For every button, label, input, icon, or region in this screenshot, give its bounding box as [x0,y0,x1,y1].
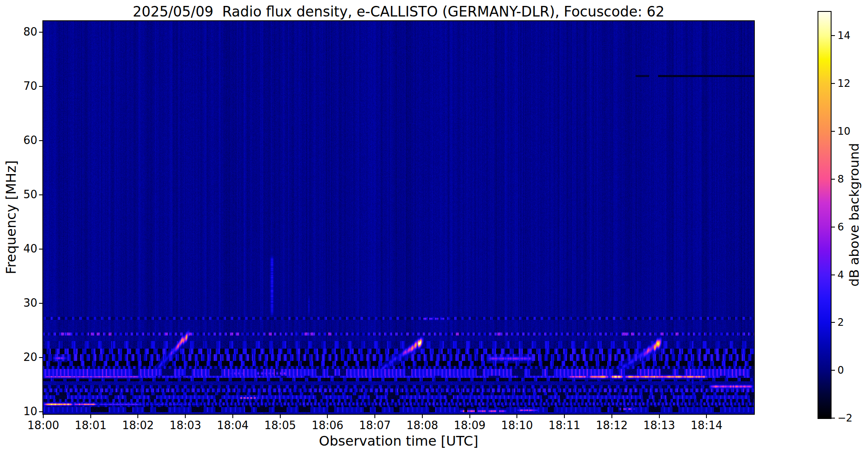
colorbar-tick-mark [832,275,835,275]
y-tick-label: 80 [0,25,37,38]
x-tick-mark [706,415,707,418]
colorbar-tick-mark [832,83,835,84]
colorbar-tick-label: −2 [837,412,852,424]
colorbar-tick-mark [832,131,835,132]
y-tick-mark [39,303,42,304]
x-tick-mark [185,415,186,418]
x-tick-mark [611,415,612,418]
y-axis-label: Frequency [MHz] [3,161,19,275]
colorbar-tick-label: 6 [837,221,844,233]
colorbar-tick-label: 0 [837,364,844,376]
y-tick-label: 40 [0,242,37,255]
colorbar-tick-label: 10 [837,125,851,137]
y-tick-mark [39,249,42,250]
x-tick-mark [232,415,233,418]
figure: 2025/05/09 Radio flux density, e-CALLIST… [0,0,868,452]
x-tick-mark [327,415,328,418]
x-tick-label: 18:14 [677,419,736,432]
x-tick-mark [659,415,660,418]
y-tick-label: 10 [0,405,37,418]
x-tick-mark [90,415,91,418]
spectrogram-canvas [43,21,754,414]
colorbar-label: dB above background [846,143,862,286]
colorbar-tick-mark [832,35,835,36]
colorbar-tick-label: 8 [837,173,844,185]
colorbar-tick-label: 2 [837,316,844,328]
colorbar-tick-label: 4 [837,269,844,281]
y-tick-mark [39,357,42,358]
x-tick-mark [43,415,44,418]
colorbar-tick-label: 12 [837,78,851,89]
x-tick-mark [469,415,470,418]
y-tick-mark [39,194,42,195]
colorbar-tick-label: 14 [837,30,851,42]
colorbar-tick-mark [832,418,835,419]
x-tick-mark [137,415,138,418]
y-tick-mark [39,411,42,412]
spectrogram-plot-area [43,21,754,414]
x-tick-mark [564,415,565,418]
y-tick-label: 70 [0,80,37,92]
y-tick-label: 50 [0,188,37,201]
y-tick-mark [39,32,42,33]
x-tick-mark [422,415,423,418]
x-tick-mark [374,415,375,418]
colorbar-tick-mark [832,179,835,180]
y-tick-label: 60 [0,134,37,147]
x-tick-mark [516,415,517,418]
y-tick-mark [39,86,42,87]
colorbar-tick-mark [832,370,835,371]
colorbar-gradient [818,12,831,418]
colorbar-tick-mark [832,227,835,227]
y-tick-mark [39,140,42,141]
x-tick-mark [280,415,281,418]
y-tick-label: 20 [0,351,37,363]
chart-title: 2025/05/09 Radio flux density, e-CALLIST… [133,3,664,20]
x-axis-label: Observation time [UTC] [319,433,478,449]
y-tick-label: 30 [0,297,37,309]
colorbar-tick-mark [832,322,835,323]
